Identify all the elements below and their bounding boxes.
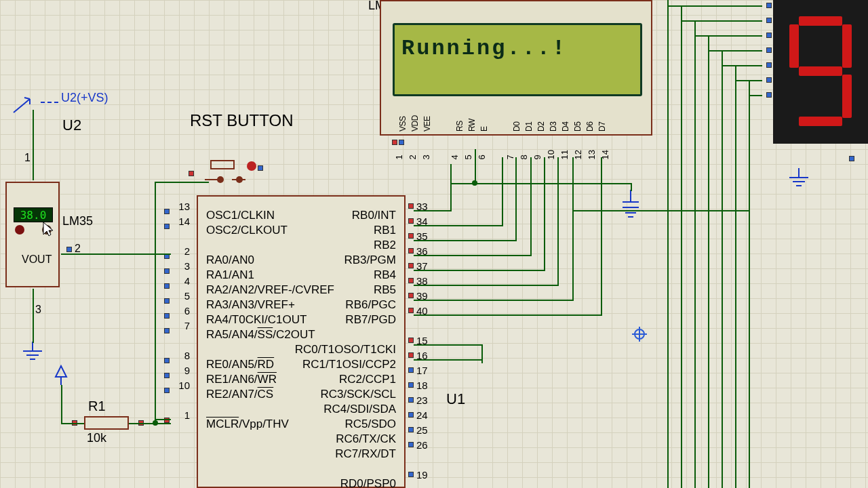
btn-pin-r	[258, 165, 263, 171]
u2-power-label: U2(+VS)	[61, 91, 108, 105]
wire	[681, 20, 762, 22]
wire	[722, 52, 723, 488]
wire	[749, 81, 750, 488]
btn-pin-l	[189, 171, 194, 176]
lcd-pin-nums: 1 2 3 4 5 6 7 8 9 10 11 12 13 14	[392, 148, 612, 158]
rst-button[interactable]	[205, 160, 245, 187]
wire	[414, 210, 452, 211]
wire	[155, 182, 156, 424]
wire	[481, 344, 483, 363]
wire	[155, 182, 209, 183]
rst-button-label: RST BUTTON	[190, 111, 293, 130]
wire	[708, 37, 709, 488]
wire	[414, 225, 502, 226]
wire	[129, 423, 171, 424]
mcu-ref: U1	[446, 390, 465, 408]
microcontroller[interactable]: OSC1/CLKIN OSC2/CLKOUT RA0/AN0 RA1/AN1 R…	[197, 195, 406, 488]
arrow-up-icon	[54, 365, 68, 385]
wire	[414, 300, 572, 301]
wire	[61, 385, 62, 424]
wire	[414, 359, 481, 361]
wire	[631, 183, 632, 191]
wire	[414, 314, 601, 316]
probe-icon	[11, 96, 34, 115]
wire	[735, 66, 736, 488]
wire	[694, 22, 696, 488]
wire	[722, 65, 762, 66]
resistor-r1[interactable]	[84, 416, 129, 430]
wire	[544, 157, 545, 271]
wire	[572, 157, 574, 301]
wire	[667, 0, 669, 488]
lm35-part-label: LM35	[62, 214, 93, 228]
wire	[155, 419, 171, 420]
wire	[557, 157, 559, 286]
r1-ref: R1	[88, 399, 106, 414]
vout-label: VOUT	[22, 253, 52, 266]
mcu-left-nums: 13 14 2 3 4 5 6 7 8 9 10 1	[171, 199, 190, 423]
sevenseg-common	[849, 156, 854, 161]
wire	[61, 423, 84, 424]
wire	[414, 255, 530, 256]
lcd-text: Running...!	[395, 25, 640, 72]
lm35-readout: 38.0	[14, 207, 53, 222]
wire	[515, 157, 517, 241]
wire	[694, 35, 762, 37]
wire	[33, 289, 34, 343]
wire	[749, 95, 762, 96]
wire	[33, 110, 34, 180]
wire	[530, 157, 532, 256]
ground-icon-2	[789, 168, 808, 192]
junction-dot	[472, 180, 477, 186]
r1-value: 10k	[87, 431, 106, 445]
wire	[414, 344, 481, 346]
wire	[708, 50, 762, 52]
crosshair-cursor-icon	[632, 327, 647, 342]
wire	[450, 164, 452, 211]
wire	[735, 80, 762, 81]
mcu-right-nums: 33 34 35 36 37 38 39 40 15 16 17 18 23 2…	[416, 199, 435, 483]
ground-icon-1	[23, 342, 42, 366]
mouse-cursor-icon	[42, 221, 54, 237]
probe-wire	[41, 102, 58, 107]
lcd-pin-labels: VSS VDD VEE RS RW E D0 D1 D2 D3 D4 D5 D6…	[395, 121, 637, 130]
seven-segment[interactable]	[773, 0, 868, 144]
lm35-pin-3: 3	[35, 304, 41, 316]
junction-dot	[153, 420, 158, 426]
u2-ref: U2	[62, 117, 81, 134]
wire	[475, 149, 476, 183]
wire	[681, 7, 682, 488]
decrease-icon[interactable]	[15, 225, 24, 235]
lm35-vout-node	[66, 247, 72, 252]
wire	[502, 157, 503, 226]
wire	[414, 270, 544, 271]
wire	[667, 5, 762, 7]
lm35-pin-1: 1	[24, 152, 31, 164]
wire	[601, 157, 602, 316]
wire	[414, 285, 557, 286]
wire	[414, 240, 515, 241]
lcd-module[interactable]: Running...! VSS VDD VEE RS RW E D0 D1 D2…	[380, 0, 652, 136]
lcd-screen: Running...!	[393, 23, 642, 96]
